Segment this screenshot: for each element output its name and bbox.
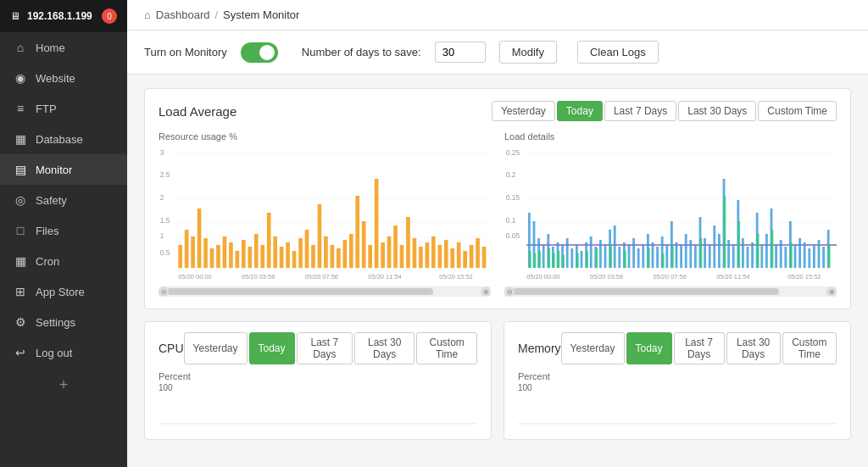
svg-text:1: 1: [160, 231, 164, 240]
cpu-btn-7days[interactable]: Last 7 Days: [297, 332, 353, 364]
svg-rect-40: [349, 234, 353, 268]
svg-rect-143: [529, 251, 531, 268]
bottom-charts-row: CPU Yesterday Today Last 7 Days Last 30 …: [144, 321, 851, 440]
svg-rect-114: [694, 245, 697, 268]
memory-btn-custom[interactable]: Custom Time: [782, 332, 837, 364]
memory-btn-today[interactable]: Today: [626, 332, 672, 364]
svg-rect-131: [775, 245, 777, 268]
svg-rect-23: [242, 240, 246, 268]
memory-btn-yesterday[interactable]: Yesterday: [561, 332, 625, 364]
svg-rect-111: [680, 245, 682, 268]
svg-rect-15: [191, 236, 195, 268]
main-content: ⌂ Dashboard / System Monitor Turn on Mon…: [127, 0, 868, 467]
sidebar-item-safety[interactable]: ◎ Safety: [0, 185, 127, 215]
monitory-toggle[interactable]: [241, 42, 278, 63]
svg-rect-59: [470, 245, 474, 268]
time-btn-today[interactable]: Today: [557, 101, 603, 121]
breadcrumb-home: Dashboard: [156, 8, 210, 21]
logout-icon: ↩: [14, 346, 27, 359]
charts-row: Resource usage % 3 2.5 2 1.5 1 0.5: [159, 131, 837, 297]
memory-percent-label: Percent: [518, 371, 837, 381]
svg-rect-119: [718, 234, 721, 268]
files-icon: □: [14, 224, 27, 237]
svg-rect-159: [724, 196, 726, 268]
cpu-btn-custom[interactable]: Custom Time: [416, 332, 477, 364]
scroll-left-icon[interactable]: ⊖: [159, 286, 169, 297]
cpu-btn-30days[interactable]: Last 30 Days: [354, 332, 415, 364]
sidebar-item-ftp[interactable]: ≡ FTP: [0, 93, 127, 124]
svg-rect-48: [400, 245, 404, 268]
svg-rect-155: [648, 248, 650, 268]
load-chart-scrollbar[interactable]: ⊖ ⊕: [504, 286, 837, 297]
memory-chart-mini: [518, 392, 837, 426]
svg-rect-161: [757, 234, 760, 268]
sidebar-item-appstore[interactable]: ⊞ App Store: [0, 276, 127, 307]
time-btn-7days[interactable]: Last 7 Days: [604, 101, 676, 121]
svg-rect-14: [185, 230, 189, 268]
svg-rect-103: [642, 245, 644, 268]
svg-rect-17: [203, 238, 208, 268]
days-input[interactable]: [435, 42, 486, 63]
sidebar-item-monitor[interactable]: ▤ Monitor: [0, 154, 127, 185]
svg-rect-150: [576, 253, 579, 268]
sidebar-label-safety: Safety: [36, 194, 67, 207]
scroll-right-icon-2[interactable]: ⊕: [826, 286, 837, 297]
cpu-btn-today[interactable]: Today: [249, 332, 295, 364]
svg-rect-16: [198, 208, 202, 268]
memory-btn-7days[interactable]: Last 7 Days: [674, 332, 725, 364]
home-breadcrumb-icon: ⌂: [144, 8, 151, 21]
sidebar-item-home[interactable]: ⌂ Home: [0, 32, 127, 63]
resource-chart-scrollbar[interactable]: ⊖ ⊕: [159, 286, 491, 297]
load-average-time-buttons: Yesterday Today Last 7 Days Last 30 Days…: [492, 101, 837, 121]
svg-rect-152: [595, 248, 598, 268]
clean-logs-button[interactable]: Clean Logs: [577, 41, 659, 64]
load-details-chart: Load details 0.25 0.2 0.15 0.1 0.05: [504, 131, 837, 297]
cpu-header: CPU Yesterday Today Last 7 Days Last 30 …: [159, 332, 477, 364]
resource-chart-svg: 3 2.5 2 1.5 1 0.5: [159, 145, 491, 281]
sidebar-item-logout[interactable]: ↩ Log out: [0, 337, 127, 368]
add-button[interactable]: +: [0, 368, 127, 403]
svg-rect-56: [450, 248, 454, 268]
scroll-right-icon[interactable]: ⊕: [481, 286, 491, 297]
svg-rect-53: [431, 236, 436, 268]
svg-rect-160: [737, 221, 740, 268]
appstore-icon: ⊞: [14, 285, 27, 298]
sidebar-item-settings[interactable]: ⚙ Settings: [0, 307, 127, 337]
breadcrumb-current: System Monitor: [223, 8, 299, 21]
cpu-btn-yesterday[interactable]: Yesterday: [184, 332, 248, 364]
svg-rect-164: [828, 245, 831, 268]
svg-rect-100: [628, 245, 631, 268]
svg-text:0.05: 0.05: [506, 231, 520, 240]
sidebar-header: 🖥 192.168.1.199 0: [0, 0, 127, 32]
sidebar-item-database[interactable]: ▦ Database: [0, 124, 127, 154]
svg-text:1.5: 1.5: [160, 216, 170, 225]
scroll-thumb: [167, 288, 433, 295]
svg-text:0.1: 0.1: [506, 216, 516, 225]
sidebar-item-files[interactable]: □ Files: [0, 215, 127, 246]
memory-btn-30days[interactable]: Last 30 Days: [726, 332, 781, 364]
time-btn-custom[interactable]: Custom Time: [758, 101, 837, 121]
sidebar-item-website[interactable]: ◉ Website: [0, 63, 127, 93]
svg-rect-87: [566, 238, 569, 268]
svg-text:05/20 07:56: 05/20 07:56: [653, 273, 686, 281]
monitor-icon: ▤: [14, 163, 27, 176]
memory-percent-max: 100: [518, 383, 837, 392]
time-btn-30days[interactable]: Last 30 Days: [678, 101, 756, 121]
svg-text:05/20 15:52: 05/20 15:52: [787, 273, 821, 281]
svg-rect-88: [570, 248, 573, 268]
svg-rect-82: [542, 245, 545, 268]
time-btn-yesterday[interactable]: Yesterday: [492, 101, 555, 121]
sidebar-label-monitor: Monitor: [36, 164, 72, 176]
svg-rect-60: [476, 238, 480, 268]
scroll-left-icon-2[interactable]: ⊖: [504, 286, 515, 297]
svg-text:05/20 00:00: 05/20 00:00: [178, 273, 211, 281]
svg-rect-43: [368, 245, 372, 268]
svg-rect-37: [331, 245, 335, 268]
svg-rect-45: [381, 242, 385, 268]
svg-rect-129: [765, 234, 768, 268]
modify-button[interactable]: Modify: [499, 41, 557, 64]
sidebar-item-cron[interactable]: ▦ Cron: [0, 246, 127, 276]
svg-rect-47: [393, 225, 398, 268]
sidebar-label-database: Database: [36, 133, 83, 146]
svg-rect-46: [387, 236, 392, 268]
